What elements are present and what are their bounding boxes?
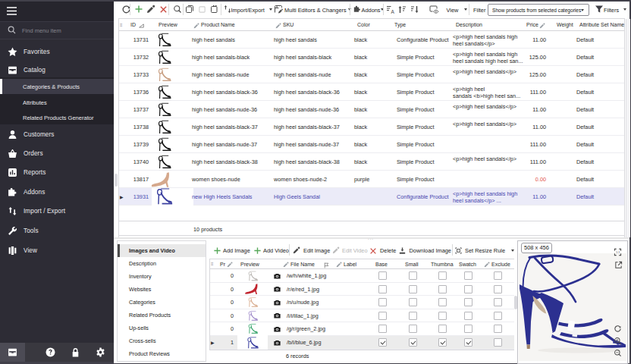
svg-text:1:1: 1:1	[616, 251, 620, 254]
svg-text:A: A	[391, 8, 395, 14]
